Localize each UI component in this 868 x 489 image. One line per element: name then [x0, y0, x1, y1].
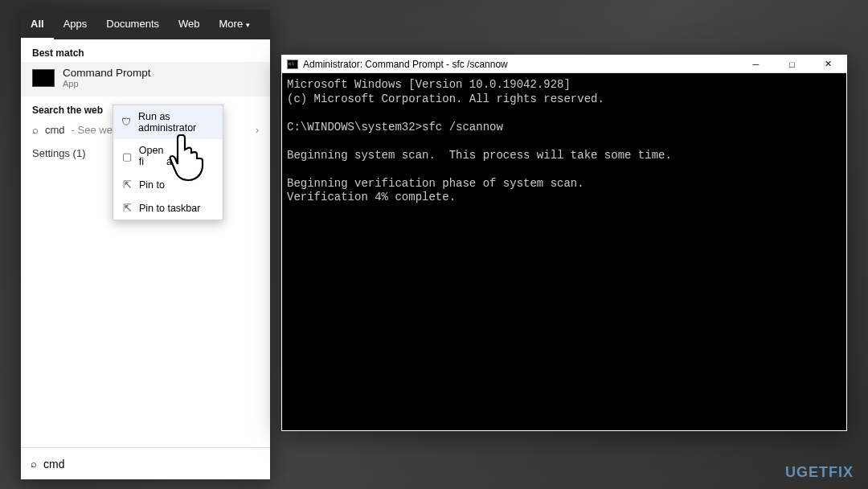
- ctx-run-as-administrator[interactable]: 🛡 Run as administrator: [113, 105, 223, 139]
- chevron-right-icon: ›: [256, 125, 259, 136]
- tab-web[interactable]: Web: [169, 10, 210, 39]
- tab-apps[interactable]: Apps: [54, 10, 97, 39]
- pin-icon: ⇱: [121, 202, 133, 214]
- terminal-output[interactable]: Microsoft Windows [Version 10.0.19042.92…: [282, 73, 846, 430]
- command-prompt-window: Administrator: Command Prompt - sfc /sca…: [281, 55, 847, 431]
- ctx-pin-to-start[interactable]: ⇱ Pin to: [113, 173, 223, 196]
- pin-icon: ⇱: [121, 179, 133, 191]
- folder-icon: ▢: [121, 150, 133, 162]
- tab-all[interactable]: All: [21, 10, 54, 39]
- best-match-title: Command Prompt: [63, 67, 151, 79]
- window-title: Administrator: Command Prompt - sfc /sca…: [303, 59, 508, 70]
- search-icon: ⌕: [31, 458, 37, 470]
- best-match-item[interactable]: Command Prompt App: [21, 62, 270, 97]
- tab-documents[interactable]: Documents: [96, 10, 169, 39]
- command-prompt-icon: [32, 69, 55, 87]
- ctx-label: Pin to: [139, 179, 165, 191]
- start-menu-search-panel: All Apps Documents Web More Best match C…: [21, 10, 270, 479]
- cmd-icon: [287, 60, 298, 69]
- search-web-suffix: - See we: [72, 124, 113, 136]
- ctx-open-file-location[interactable]: ▢ Open fiation: [113, 139, 223, 173]
- ctx-label: Run as administrator: [138, 111, 215, 134]
- context-menu: 🛡 Run as administrator ▢ Open fiation ⇱ …: [113, 105, 223, 220]
- shield-icon: 🛡: [121, 117, 132, 128]
- best-match-subtitle: App: [63, 79, 151, 88]
- search-web-query: cmd: [45, 124, 65, 136]
- maximize-button[interactable]: □: [774, 55, 810, 73]
- search-input[interactable]: [43, 458, 260, 471]
- tab-more[interactable]: More: [210, 10, 260, 39]
- ctx-pin-to-taskbar[interactable]: ⇱ Pin to taskbar: [113, 196, 223, 220]
- ctx-label: Pin to taskbar: [139, 203, 200, 214]
- close-button[interactable]: ✕: [810, 55, 846, 73]
- window-titlebar[interactable]: Administrator: Command Prompt - sfc /sca…: [282, 55, 846, 73]
- ctx-label: Open fiation: [139, 145, 215, 167]
- watermark: UGETFIX: [785, 464, 854, 481]
- best-match-header: Best match: [21, 39, 270, 62]
- minimize-button[interactable]: ─: [738, 55, 774, 73]
- search-tabs: All Apps Documents Web More: [21, 10, 270, 39]
- search-icon: ⌕: [32, 124, 39, 136]
- search-box[interactable]: ⌕: [21, 447, 270, 479]
